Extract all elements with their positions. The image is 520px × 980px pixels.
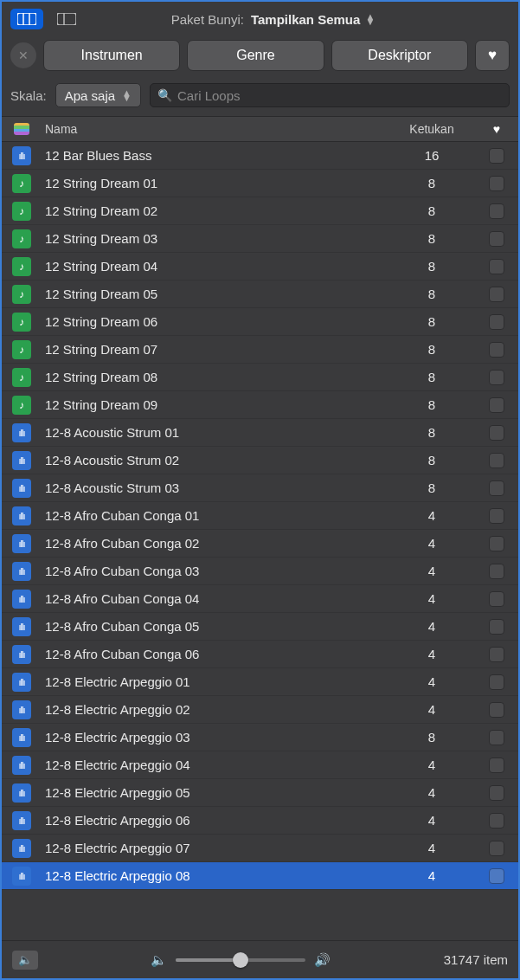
favorite-checkbox[interactable] xyxy=(489,148,504,164)
row-beats-cell: 4 xyxy=(388,674,475,689)
table-row[interactable]: ıllı12-8 Afro Cuban Conga 054 xyxy=(2,613,518,641)
row-favorite-cell xyxy=(475,453,518,468)
row-type-cell: ♪ xyxy=(2,313,42,332)
filter-descriptor-button[interactable]: Deskriptor xyxy=(331,40,468,71)
table-row[interactable]: ıllı12-8 Acoustic Strum 038 xyxy=(2,474,518,502)
row-favorite-cell xyxy=(475,203,518,219)
favorite-checkbox[interactable] xyxy=(489,841,504,856)
favorite-checkbox[interactable] xyxy=(489,813,504,828)
row-name-cell: 12-8 Afro Cuban Conga 01 xyxy=(42,508,388,523)
favorite-checkbox[interactable] xyxy=(489,231,504,247)
audio-loop-icon: ıllı xyxy=(12,146,31,165)
table-row[interactable]: ıllı12-8 Electric Arpeggio 038 xyxy=(2,724,518,751)
table-row[interactable]: ıllı12-8 Afro Cuban Conga 024 xyxy=(2,530,518,558)
table-row[interactable]: ♪12 String Dream 018 xyxy=(2,170,518,197)
table-row[interactable]: ıllı12-8 Electric Arpeggio 054 xyxy=(2,779,518,807)
row-favorite-cell xyxy=(475,148,518,164)
row-favorite-cell xyxy=(475,702,518,718)
search-box[interactable]: 🔍 xyxy=(150,83,510,107)
row-favorite-cell xyxy=(475,259,518,274)
table-row[interactable]: ıllı12-8 Electric Arpeggio 024 xyxy=(2,696,518,724)
table-row[interactable]: ıllı12-8 Afro Cuban Conga 014 xyxy=(2,502,518,530)
scale-label: Skala: xyxy=(10,88,47,103)
table-row[interactable]: ıllı12-8 Afro Cuban Conga 034 xyxy=(2,558,518,585)
table-row[interactable]: ıllı12-8 Acoustic Strum 018 xyxy=(2,419,518,447)
column-favorite-header[interactable]: ♥ xyxy=(475,122,518,136)
favorite-checkbox[interactable] xyxy=(489,287,504,302)
search-input[interactable] xyxy=(177,88,502,103)
table-row[interactable]: ıllı12-8 Electric Arpeggio 044 xyxy=(2,751,518,779)
volume-slider[interactable] xyxy=(176,958,305,962)
table-row[interactable]: ♪12 String Dream 038 xyxy=(2,225,518,253)
view-grid-button[interactable] xyxy=(50,9,83,29)
row-name-cell: 12-8 Electric Arpeggio 07 xyxy=(42,841,388,855)
favorite-checkbox[interactable] xyxy=(489,508,504,524)
table-row[interactable]: ♪12 String Dream 068 xyxy=(2,308,518,336)
preview-button[interactable]: 🔈 xyxy=(12,951,38,970)
filter-favorites-button[interactable]: ♥ xyxy=(475,40,510,71)
row-beats-cell: 8 xyxy=(388,203,475,218)
column-view-icon xyxy=(17,13,36,25)
table-row[interactable]: ıllı12-8 Electric Arpeggio 064 xyxy=(2,807,518,835)
sound-pack-selector[interactable]: Paket Bunyi: Tampilkan Semua ▲▼ xyxy=(90,12,456,27)
scale-select[interactable]: Apa saja ▲▼ xyxy=(55,83,141,107)
table-row[interactable]: ♪12 String Dream 088 xyxy=(2,364,518,391)
audio-loop-icon: ıllı xyxy=(12,534,31,553)
row-beats-cell: 4 xyxy=(388,564,475,578)
row-favorite-cell xyxy=(475,287,518,302)
table-row[interactable]: ıllı12-8 Afro Cuban Conga 044 xyxy=(2,585,518,613)
favorite-checkbox[interactable] xyxy=(489,647,504,662)
favorite-checkbox[interactable] xyxy=(489,480,504,496)
table-row[interactable]: ♪12 String Dream 028 xyxy=(2,197,518,225)
favorite-checkbox[interactable] xyxy=(489,785,504,801)
clear-filters-button[interactable]: ✕ xyxy=(10,42,36,68)
table-row[interactable]: ıllı12 Bar Blues Bass16 xyxy=(2,142,518,170)
table-row[interactable]: ıllı12-8 Afro Cuban Conga 064 xyxy=(2,641,518,668)
midi-loop-icon: ♪ xyxy=(12,313,31,332)
table-row[interactable]: ıllı12-8 Electric Arpeggio 084 xyxy=(2,862,518,890)
favorite-checkbox[interactable] xyxy=(489,868,504,884)
loop-table-body: ıllı12 Bar Blues Bass16♪12 String Dream … xyxy=(2,142,518,890)
table-row[interactable]: ♪12 String Dream 048 xyxy=(2,253,518,280)
row-name-cell: 12-8 Electric Arpeggio 05 xyxy=(42,785,388,800)
row-name-cell: 12 String Dream 05 xyxy=(42,287,388,301)
favorite-checkbox[interactable] xyxy=(489,674,504,690)
column-name-header[interactable]: Nama xyxy=(42,122,388,136)
table-row[interactable]: ♪12 String Dream 078 xyxy=(2,336,518,364)
favorite-checkbox[interactable] xyxy=(489,702,504,718)
favorite-checkbox[interactable] xyxy=(489,453,504,468)
table-row[interactable]: ♪12 String Dream 098 xyxy=(2,391,518,419)
filter-instruments-button[interactable]: Instrumen xyxy=(43,40,180,71)
volume-slider-thumb[interactable] xyxy=(233,952,248,968)
favorite-checkbox[interactable] xyxy=(489,397,504,413)
row-type-cell: ıllı xyxy=(2,783,42,803)
favorite-checkbox[interactable] xyxy=(489,342,504,358)
filter-genre-button[interactable]: Genre xyxy=(187,40,324,71)
favorite-checkbox[interactable] xyxy=(489,536,504,551)
table-row[interactable]: ıllı12-8 Electric Arpeggio 074 xyxy=(2,835,518,862)
favorite-checkbox[interactable] xyxy=(489,176,504,191)
row-beats-cell: 8 xyxy=(388,425,475,440)
sound-pack-label: Paket Bunyi: xyxy=(171,12,244,27)
favorite-checkbox[interactable] xyxy=(489,758,504,773)
row-favorite-cell xyxy=(475,176,518,191)
favorite-checkbox[interactable] xyxy=(489,425,504,441)
midi-loop-icon: ♪ xyxy=(12,368,31,387)
type-filter-header[interactable] xyxy=(2,123,42,135)
midi-loop-icon: ♪ xyxy=(12,229,31,248)
audio-loop-icon: ıllı xyxy=(12,839,31,858)
favorite-checkbox[interactable] xyxy=(489,564,504,579)
view-column-button[interactable] xyxy=(10,9,43,29)
favorite-checkbox[interactable] xyxy=(489,730,504,745)
favorite-checkbox[interactable] xyxy=(489,370,504,385)
column-beats-header[interactable]: Ketukan xyxy=(388,122,475,136)
favorite-checkbox[interactable] xyxy=(489,259,504,274)
favorite-checkbox[interactable] xyxy=(489,591,504,607)
favorite-checkbox[interactable] xyxy=(489,203,504,219)
favorite-checkbox[interactable] xyxy=(489,619,504,635)
table-row[interactable]: ıllı12-8 Electric Arpeggio 014 xyxy=(2,668,518,696)
table-row[interactable]: ıllı12-8 Acoustic Strum 028 xyxy=(2,447,518,474)
favorite-checkbox[interactable] xyxy=(489,314,504,330)
row-beats-cell: 4 xyxy=(388,785,475,800)
table-row[interactable]: ♪12 String Dream 058 xyxy=(2,280,518,308)
